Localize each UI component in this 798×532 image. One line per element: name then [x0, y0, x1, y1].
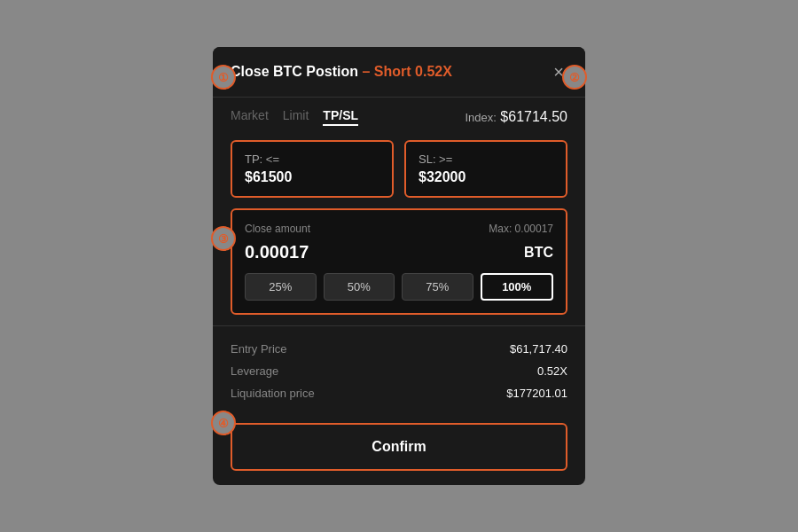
sl-label: SL: >=	[419, 153, 553, 166]
modal: Close BTC Postion – Short 0.52X × Market…	[213, 47, 585, 485]
pct-75-button[interactable]: 75%	[402, 273, 473, 301]
tp-input[interactable]	[245, 169, 379, 185]
leverage-value: 0.52X	[537, 364, 567, 378]
sl-field: SL: >=	[404, 140, 567, 198]
modal-title-accent: – Short 0.52X	[362, 64, 451, 79]
annotation-4: ④	[211, 411, 236, 435]
tab-market[interactable]: Market	[231, 108, 269, 126]
confirm-button[interactable]: Confirm	[231, 423, 567, 471]
tp-field: TP: <=	[231, 140, 394, 198]
amount-currency: BTC	[524, 245, 553, 261]
confirm-section: Confirm	[213, 412, 585, 485]
liquidation-label: Liquidation price	[231, 387, 315, 400]
amount-label: Close amount	[245, 223, 310, 235]
tab-tpsl[interactable]: TP/SL	[323, 108, 358, 126]
annotation-1: ①	[211, 65, 236, 90]
leverage-label: Leverage	[231, 364, 278, 378]
index-label: Index:	[465, 111, 496, 124]
liquidation-row: Liquidation price $177201.01	[231, 387, 567, 400]
leverage-row: Leverage 0.52X	[231, 364, 567, 378]
tab-row: Market Limit TP/SL Index: $61714.50	[213, 98, 585, 133]
pct-100-button[interactable]: 100%	[481, 273, 554, 301]
tp-label: TP: <=	[245, 153, 379, 166]
modal-title-text: Close BTC Postion	[231, 64, 358, 79]
pct-25-button[interactable]: 25%	[245, 273, 317, 301]
entry-price-row: Entry Price $61,717.40	[231, 342, 567, 356]
amount-value-row: BTC	[245, 242, 553, 262]
sl-input[interactable]	[419, 169, 553, 185]
pct-50-button[interactable]: 50%	[324, 273, 395, 301]
tab-limit[interactable]: Limit	[283, 108, 309, 126]
index-value: $61714.50	[500, 109, 567, 124]
modal-header: Close BTC Postion – Short 0.52X ×	[213, 47, 585, 98]
annotation-3: ③	[211, 226, 236, 251]
amount-max: Max: 0.00017	[489, 223, 553, 235]
liquidation-value: $177201.01	[506, 387, 567, 400]
modal-title: Close BTC Postion – Short 0.52X	[231, 64, 452, 80]
index-display: Index: $61714.50	[465, 109, 567, 125]
tabs: Market Limit TP/SL	[231, 108, 358, 126]
amount-header: Close amount Max: 0.00017	[245, 223, 553, 235]
divider	[213, 325, 585, 326]
info-section: Entry Price $61,717.40 Leverage 0.52X Li…	[213, 330, 585, 412]
tp-sl-row: TP: <= SL: >=	[213, 133, 585, 208]
entry-price-value: $61,717.40	[510, 342, 567, 356]
amount-input[interactable]	[245, 242, 378, 262]
annotation-2: ②	[562, 65, 587, 90]
entry-price-label: Entry Price	[231, 342, 287, 356]
pct-buttons: 25% 50% 75% 100%	[245, 273, 553, 301]
close-amount-box: Close amount Max: 0.00017 BTC 25% 50% 75…	[231, 208, 567, 315]
